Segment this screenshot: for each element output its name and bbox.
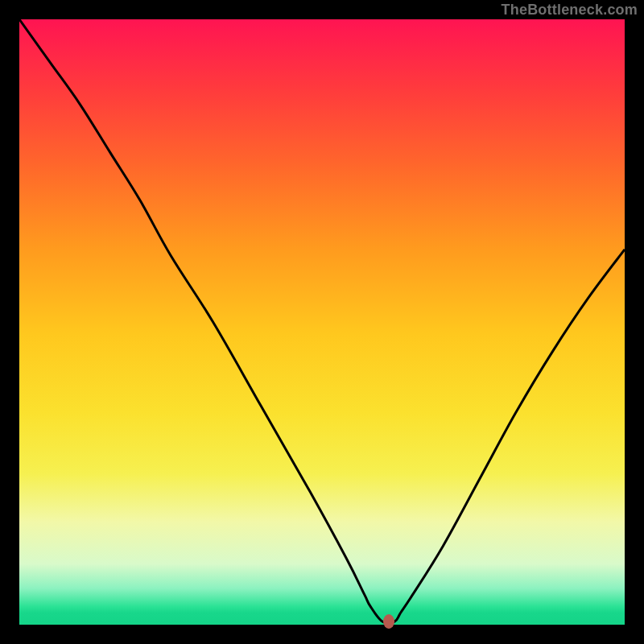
curve-path [19, 19, 625, 623]
chart-frame: TheBottleneck.com [0, 0, 644, 644]
optimal-marker [383, 614, 394, 629]
bottleneck-curve [19, 19, 625, 625]
plot-area [19, 19, 625, 625]
watermark-text: TheBottleneck.com [502, 2, 638, 19]
